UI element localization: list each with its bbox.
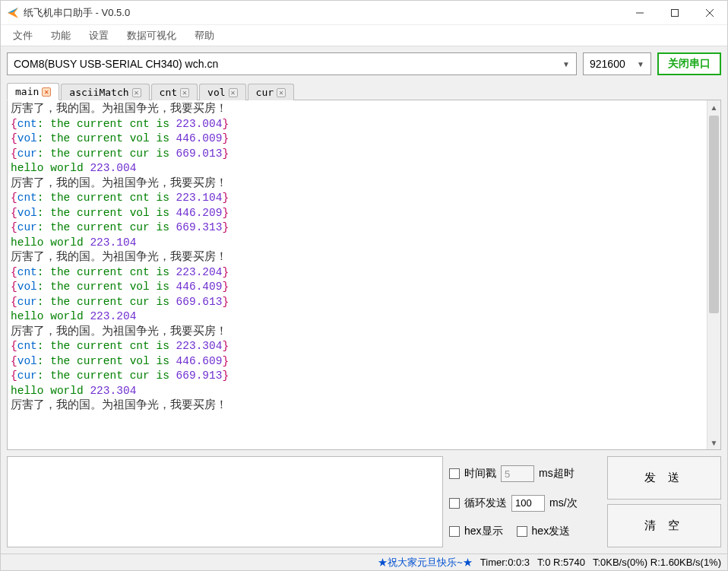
maximize-button[interactable] xyxy=(657,1,692,25)
hex-send-label: hex发送 xyxy=(532,525,571,538)
baud-select[interactable]: 921600 ▼ xyxy=(583,52,651,75)
menu-function[interactable]: 功能 xyxy=(43,26,78,46)
scroll-thumb[interactable] xyxy=(709,116,719,313)
timestamp-label: 时间戳 xyxy=(464,467,496,481)
tab-bar: main ✕ asciiMatch ✕ cnt ✕ vol ✕ cur ✕ xyxy=(1,81,727,100)
baud-select-value: 921600 xyxy=(590,58,625,70)
toolbar: COM8(BUSY USB-SERIAL CH340) wch.cn ▼ 921… xyxy=(1,46,727,81)
menu-file[interactable]: 文件 xyxy=(5,26,40,46)
options-panel: 时间戳 ms超时 循环发送 ms/次 hex显示 hex发送 xyxy=(449,456,601,547)
tab-main[interactable]: main ✕ xyxy=(7,83,59,100)
port-select[interactable]: COM8(BUSY USB-SERIAL CH340) wch.cn ▼ xyxy=(7,52,577,75)
status-rate: T:0KB/s(0%) R:1.60KB/s(1%) xyxy=(593,557,721,568)
status-tr: T:0 R:5740 xyxy=(537,557,585,568)
minimize-button[interactable] xyxy=(622,1,657,25)
tab-label: main xyxy=(15,86,39,97)
timeout-input[interactable] xyxy=(501,465,534,482)
close-icon[interactable]: ✕ xyxy=(229,88,238,97)
tab-label: vol xyxy=(207,87,225,98)
close-icon[interactable]: ✕ xyxy=(132,88,141,97)
loop-checkbox[interactable] xyxy=(449,498,460,509)
chevron-down-icon: ▼ xyxy=(562,60,570,68)
console-output[interactable]: 厉害了，我的国。为祖国争光，我要买房！{cnt: the current cnt… xyxy=(8,100,707,449)
tab-asciimatch[interactable]: asciiMatch ✕ xyxy=(61,84,149,100)
status-timer: Timer:0:0:3 xyxy=(480,557,530,568)
close-icon[interactable]: ✕ xyxy=(42,87,51,97)
close-port-button[interactable]: 关闭串口 xyxy=(657,52,721,75)
tab-label: asciiMatch xyxy=(69,87,128,98)
port-select-value: COM8(BUSY USB-SERIAL CH340) wch.cn xyxy=(14,58,218,70)
tab-cur[interactable]: cur ✕ xyxy=(248,84,294,100)
statusbar: ★祝大家元旦快乐~★ Timer:0:0:3 T:0 R:5740 T:0KB/… xyxy=(1,554,727,570)
menu-settings[interactable]: 设置 xyxy=(81,26,116,46)
loop-unit: ms/次 xyxy=(549,496,578,510)
svg-rect-1 xyxy=(672,9,679,16)
hex-display-checkbox[interactable] xyxy=(449,526,460,537)
tab-label: cnt xyxy=(160,87,177,98)
tab-cnt[interactable]: cnt ✕ xyxy=(151,84,198,100)
timestamp-checkbox[interactable] xyxy=(449,468,460,479)
close-icon[interactable]: ✕ xyxy=(180,88,189,97)
app-logo-icon xyxy=(7,7,19,19)
send-input[interactable] xyxy=(7,456,443,547)
hex-send-checkbox[interactable] xyxy=(517,526,527,537)
window-title: 纸飞机串口助手 - V0.5.0 xyxy=(24,6,622,20)
menubar: 文件 功能 设置 数据可视化 帮助 xyxy=(1,25,727,46)
send-button[interactable]: 发 送 xyxy=(607,456,721,500)
timeout-unit: ms超时 xyxy=(539,467,574,481)
clear-button[interactable]: 清 空 xyxy=(607,504,721,547)
tab-label: cur xyxy=(256,87,274,98)
scroll-down-icon[interactable]: ▼ xyxy=(707,436,720,449)
menu-help[interactable]: 帮助 xyxy=(187,26,222,46)
tab-vol[interactable]: vol ✕ xyxy=(199,84,245,100)
loop-label: 循环发送 xyxy=(464,496,507,510)
status-greeting[interactable]: ★祝大家元旦快乐~★ xyxy=(378,556,473,569)
close-window-button[interactable] xyxy=(692,1,727,25)
hex-display-label: hex显示 xyxy=(464,525,503,538)
titlebar: 纸飞机串口助手 - V0.5.0 xyxy=(1,1,727,25)
scrollbar[interactable]: ▲ ▼ xyxy=(707,100,720,449)
chevron-down-icon: ▼ xyxy=(637,60,644,68)
input-area: 时间戳 ms超时 循环发送 ms/次 hex显示 hex发送 发 送 清 空 xyxy=(7,456,721,547)
console-panel: 厉害了，我的国。为祖国争光，我要买房！{cnt: the current cnt… xyxy=(7,100,721,450)
scroll-up-icon[interactable]: ▲ xyxy=(707,100,720,114)
menu-datavis[interactable]: 数据可视化 xyxy=(119,26,184,46)
loop-interval-input[interactable] xyxy=(511,495,545,512)
close-icon[interactable]: ✕ xyxy=(277,88,286,97)
